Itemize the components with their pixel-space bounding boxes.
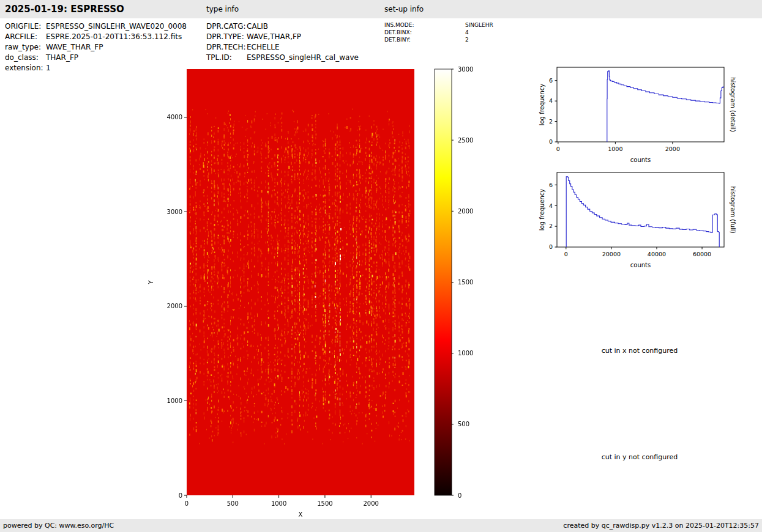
right-axis-label: histogram (detail) (730, 77, 736, 132)
colorbar-tick-label: 500 (458, 421, 469, 427)
x-tick-label: 2000 (665, 146, 680, 152)
info-value: 4 (465, 29, 469, 37)
y-tick-label: 6 (549, 77, 553, 84)
info-label: extension: (5, 64, 46, 74)
footer-bar: powered by QC: www.eso.org/HC created by… (0, 519, 762, 532)
y-tick-label: 2 (549, 223, 553, 229)
qc-report-page: 2025-01-19: ESPRESSO type info set-up in… (0, 0, 762, 532)
info-label: INS.MODE: (384, 22, 465, 29)
info-label: ARCFILE: (5, 32, 46, 43)
colorbar-tick-label: 1500 (458, 279, 473, 286)
header-bar: 2025-01-19: ESPRESSO type info set-up in… (0, 0, 762, 18)
info-label: ORIGFILE: (5, 22, 46, 32)
type-info-block: DPR.CATG: CALIB DPR.TYPE: WAVE,THAR,FP D… (206, 22, 359, 64)
info-value: WAVE_THAR_FP (46, 43, 103, 53)
footer-powered-by: powered by QC: www.eso.org/HC (3, 519, 114, 532)
info-label: do_class: (5, 53, 46, 64)
info-value: WAVE,THAR,FP (247, 32, 301, 43)
y-tick-label: 4 (549, 97, 553, 104)
y-tick-label: 2 (549, 118, 553, 125)
y-axis-label: Y (148, 280, 154, 285)
plot-frame (557, 67, 724, 142)
info-value: ESPRE.2025-01-20T11:36:53.112.fits (46, 32, 182, 43)
info-value: THAR_FP (46, 53, 78, 64)
colorbar-tick-label: 0 (458, 492, 461, 499)
cut-x-message: cut in x not configured (548, 347, 731, 355)
info-value: 2 (465, 37, 469, 44)
x-tick-label: 60000 (693, 251, 711, 257)
histogram-line (607, 71, 724, 142)
info-row: DET.BINX: 4 (384, 29, 493, 37)
y-tick-label: 0 (549, 138, 553, 145)
info-row: DPR.TYPE: WAVE,THAR,FP (206, 32, 359, 43)
x-tick-label: 1000 (271, 500, 286, 507)
y-axis-label: log frequency (539, 189, 545, 231)
x-axis-label: X (299, 511, 303, 518)
colorbar (435, 69, 452, 495)
y-tick-label: 0 (179, 492, 182, 499)
y-tick-label: 6 (549, 182, 553, 188)
x-tick-label: 2000 (363, 500, 378, 507)
setup-info-heading: set-up info (384, 0, 424, 18)
histogram-detail-plot: 0100020000246countslog frequencyhistogra… (537, 60, 745, 170)
x-tick-label: 0 (556, 146, 560, 152)
info-value: SINGLEHR (465, 22, 493, 29)
info-row: raw_type: WAVE_THAR_FP (5, 43, 187, 53)
info-label: DET.BINY: (384, 37, 465, 44)
x-tick-label: 0 (564, 251, 568, 257)
histogram-full-plot: 02000040000600000246countslog frequencyh… (537, 165, 745, 275)
info-label: raw_type: (5, 43, 46, 53)
plot-frame (557, 172, 724, 247)
right-axis-label: histogram (full) (730, 186, 736, 233)
x-axis-label: counts (630, 157, 651, 163)
x-tick-label: 500 (227, 500, 239, 507)
y-tick-label: 1000 (167, 397, 182, 404)
y-tick-label: 4000 (167, 114, 182, 120)
x-tick-label: 0 (185, 500, 189, 507)
y-tick-label: 2000 (167, 303, 182, 309)
histogram-line (566, 177, 719, 247)
info-value: 1 (46, 64, 51, 74)
footer-created-by: created by qc_rawdisp.py v1.2.3 on 2025-… (563, 519, 759, 532)
y-axis-label: log frequency (539, 84, 545, 126)
info-value: ESPRESSO_SINGLEHR_WAVE020_0008 (46, 22, 187, 32)
x-tick-label: 40000 (648, 251, 666, 257)
cut-y-message: cut in y not configured (548, 453, 731, 461)
info-label: DET.BINX: (384, 29, 465, 37)
type-info-heading: type info (206, 0, 239, 18)
page-title: 2025-01-19: ESPRESSO (5, 0, 124, 18)
colorbar-tick-label: 3000 (458, 66, 473, 73)
x-tick-label: 20000 (602, 251, 621, 257)
y-tick-label: 4 (549, 202, 553, 209)
info-row: DET.BINY: 2 (384, 37, 493, 44)
info-label: DPR.TECH: (206, 43, 247, 53)
info-value: ECHELLE (247, 43, 280, 53)
colorbar-tick-label: 2000 (458, 208, 473, 215)
colorbar-tick-label: 1000 (458, 350, 473, 357)
info-row: DPR.CATG: CALIB (206, 22, 359, 32)
setup-info-block: INS.MODE: SINGLEHR DET.BINX: 4 DET.BINY:… (384, 22, 493, 44)
colorbar-tick-label: 2500 (458, 137, 473, 144)
info-row: DPR.TECH: ECHELLE (206, 43, 359, 53)
x-axis-label: counts (630, 262, 651, 268)
info-row: INS.MODE: SINGLEHR (384, 22, 493, 29)
x-tick-label: 1500 (317, 500, 332, 507)
y-tick-label: 0 (549, 243, 553, 250)
x-tick-label: 1000 (608, 146, 622, 152)
info-row: ORIGFILE: ESPRESSO_SINGLEHR_WAVE020_0008 (5, 22, 187, 32)
info-row: ARCFILE: ESPRE.2025-01-20T11:36:53.112.f… (5, 32, 187, 43)
info-label: DPR.CATG: (206, 22, 247, 32)
y-tick-label: 3000 (167, 209, 182, 215)
info-label: DPR.TYPE: (206, 32, 247, 43)
info-value: CALIB (247, 22, 268, 32)
main-plot-axes: 050010001500200001000200030004000XY05001… (141, 61, 484, 526)
